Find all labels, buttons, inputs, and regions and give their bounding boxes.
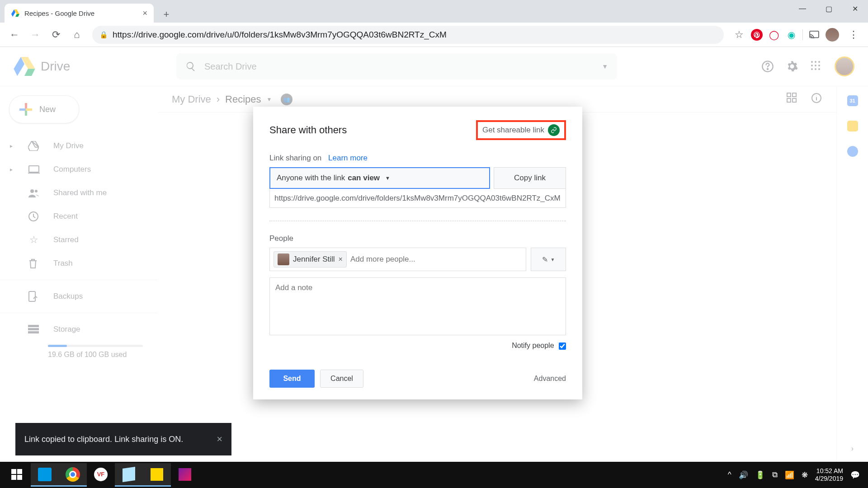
folder-dropdown-icon[interactable]: ▼ — [267, 96, 272, 103]
clock[interactable]: 10:52 AM 4/29/2019 — [815, 467, 843, 483]
expand-icon[interactable]: ▸ — [10, 166, 14, 173]
profile-avatar[interactable] — [826, 28, 839, 42]
pinterest-extension-icon[interactable] — [751, 29, 763, 41]
info-icon[interactable] — [811, 93, 822, 103]
notifications-icon[interactable]: 💬 — [850, 470, 860, 480]
cancel-button[interactable]: Cancel — [320, 370, 363, 388]
get-shareable-link-button[interactable]: Get shareable link — [476, 120, 566, 140]
tab-close-icon[interactable]: × — [142, 9, 147, 18]
breadcrumb-current[interactable]: Recipes — [225, 94, 261, 105]
taskbar-app-5[interactable] — [143, 463, 171, 487]
settings-gear-icon[interactable] — [786, 60, 798, 73]
svg-rect-35 — [17, 475, 22, 480]
sidebar-label: Storage — [53, 325, 80, 334]
sidebar-item-storage[interactable]: Storage — [0, 318, 158, 341]
breadcrumb-root[interactable]: My Drive — [172, 94, 211, 105]
sidebar-item-backups[interactable]: Backups — [0, 285, 158, 308]
tray-chevron-icon[interactable]: ^ — [728, 470, 731, 479]
sidebar-item-my-drive[interactable]: ▸ My Drive — [0, 134, 158, 158]
remove-chip-icon[interactable]: × — [339, 255, 343, 263]
volume-icon[interactable]: 🔊 — [739, 470, 748, 480]
note-textarea[interactable] — [269, 277, 566, 335]
starred-icon: ☆ — [28, 234, 40, 246]
send-button[interactable]: Send — [269, 370, 315, 388]
svg-point-14 — [818, 65, 820, 66]
system-tray: ^ 🔊 🔋 ⧉ 📶 ❋ 10:52 AM 4/29/2019 💬 — [728, 467, 865, 483]
apps-grid-icon[interactable] — [810, 60, 823, 73]
svg-point-16 — [815, 68, 816, 70]
sidebar-item-starred[interactable]: ☆ Starred — [0, 228, 158, 252]
home-button[interactable]: ⌂ — [68, 26, 86, 44]
calendar-addon-icon[interactable]: 31 — [847, 95, 858, 106]
cast-icon[interactable] — [808, 29, 820, 41]
back-button[interactable]: ← — [5, 26, 24, 44]
drive-logo[interactable]: Drive — [14, 57, 163, 76]
person-chip[interactable]: Jennifer Still × — [274, 251, 347, 267]
reload-button[interactable]: ⟳ — [47, 26, 65, 44]
url-text: https://drive.google.com/drive/u/0/folde… — [113, 30, 447, 40]
taskbar-app-6[interactable] — [171, 463, 199, 487]
sidebar-item-trash[interactable]: Trash — [0, 252, 158, 275]
minimize-button[interactable]: — — [789, 0, 816, 17]
sidebar-item-computers[interactable]: ▸ Computers — [0, 158, 158, 181]
sidebar-item-shared[interactable]: Shared with me — [0, 181, 158, 205]
search-input[interactable] — [204, 61, 594, 72]
new-tab-button[interactable]: + — [158, 6, 175, 23]
help-icon[interactable] — [761, 60, 774, 73]
bookmark-star-icon[interactable]: ☆ — [730, 26, 748, 44]
address-bar[interactable]: 🔒 https://drive.google.com/drive/u/0/fol… — [92, 26, 724, 44]
taskbar-app-4[interactable] — [115, 463, 143, 487]
svg-rect-32 — [11, 469, 16, 474]
sidebar-label: My Drive — [53, 141, 84, 150]
advanced-link[interactable]: Advanced — [534, 375, 566, 383]
people-permission-button[interactable]: ✎ ▼ — [531, 248, 566, 271]
extension-icon-2[interactable]: ◯ — [768, 29, 780, 41]
svg-marker-1 — [15, 14, 19, 17]
notify-checkbox[interactable] — [559, 343, 566, 350]
copy-link-button[interactable]: Copy link — [494, 167, 566, 189]
svg-point-8 — [767, 69, 768, 70]
view-grid-icon[interactable] — [787, 93, 797, 103]
plus-icon — [19, 103, 32, 116]
tab-title: Recipes - Google Drive — [24, 9, 138, 17]
browser-nav-bar: ← → ⟳ ⌂ 🔒 https://drive.google.com/drive… — [0, 23, 868, 47]
taskbar-app-1[interactable] — [31, 463, 59, 487]
grammarly-extension-icon[interactable]: ◉ — [785, 29, 797, 41]
sidebar-label: Shared with me — [53, 188, 107, 197]
learn-more-link[interactable]: Learn more — [328, 154, 368, 162]
start-button[interactable] — [3, 463, 31, 487]
wifi-icon[interactable]: 📶 — [785, 470, 794, 480]
hide-panel-icon[interactable]: › — [851, 445, 854, 453]
svg-rect-26 — [28, 331, 39, 333]
toast-close-icon[interactable]: × — [217, 433, 222, 445]
separator — [0, 280, 158, 280]
search-options-icon[interactable]: ▼ — [602, 63, 608, 70]
svg-rect-30 — [793, 99, 796, 102]
expand-icon[interactable]: ▸ — [10, 143, 14, 149]
share-url-field[interactable]: https://drive.google.com/drive/folders/1… — [269, 189, 566, 208]
sidebar-item-recent[interactable]: Recent — [0, 205, 158, 228]
extension-icons: ◯ ◉ ⋮ — [751, 26, 863, 44]
maximize-button[interactable]: ▢ — [816, 0, 842, 17]
account-avatar[interactable] — [835, 56, 854, 76]
people-input[interactable]: Jennifer Still × — [269, 248, 526, 271]
svg-rect-34 — [11, 475, 16, 480]
dropbox-tray-icon[interactable]: ⧉ — [772, 470, 778, 479]
keep-addon-icon[interactable] — [847, 121, 858, 131]
taskbar-chrome[interactable] — [59, 463, 87, 487]
link-permission-dropdown[interactable]: Anyone with the link can view ▼ — [269, 167, 490, 189]
new-button[interactable]: New — [9, 95, 79, 123]
close-window-button[interactable]: ✕ — [842, 0, 868, 17]
battery-icon[interactable]: 🔋 — [755, 470, 765, 480]
tray-misc-icon[interactable]: ❋ — [802, 470, 808, 480]
forward-button[interactable]: → — [26, 26, 44, 44]
search-box[interactable]: ▼ — [176, 53, 617, 80]
recent-icon — [28, 211, 40, 222]
taskbar-app-3[interactable]: VF — [87, 463, 115, 487]
header-right — [761, 56, 854, 76]
windows-taskbar: VF ^ 🔊 🔋 ⧉ 📶 ❋ 10:52 AM 4/29/2019 💬 — [0, 462, 868, 488]
browser-menu-icon[interactable]: ⋮ — [844, 26, 863, 44]
tasks-addon-icon[interactable] — [847, 146, 858, 157]
browser-tab[interactable]: Recipes - Google Drive × — [5, 4, 154, 23]
add-people-input[interactable] — [350, 255, 522, 264]
